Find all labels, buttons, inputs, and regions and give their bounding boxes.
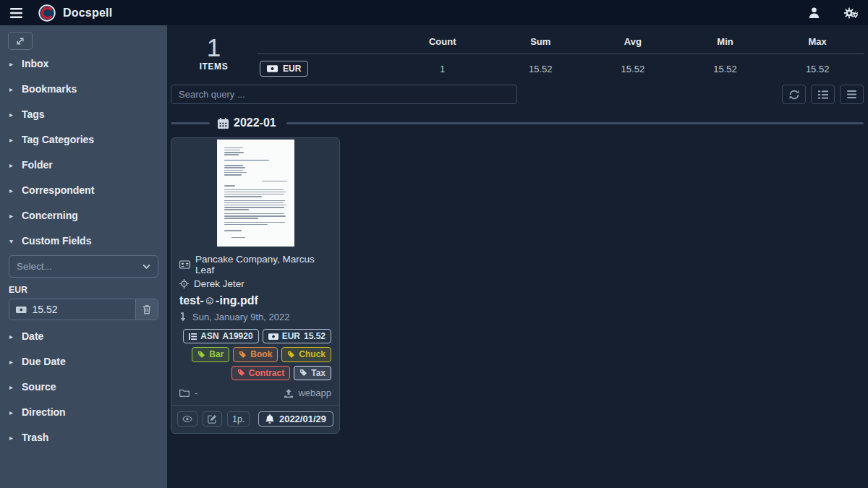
custom-field-select[interactable]: Select... (9, 255, 158, 278)
sidebar-item-source[interactable]: Source (8, 375, 159, 398)
caret-right-icon (9, 358, 22, 366)
stats-header: Count (391, 35, 494, 54)
tag-icon (197, 351, 205, 359)
concerning-row: Derek Jeter (179, 278, 331, 289)
folder-value: - (195, 388, 197, 398)
stats-value: 1 (391, 54, 494, 79)
sidebar-item-tags[interactable]: Tags (8, 103, 159, 126)
caret-right-icon (9, 333, 22, 341)
tag-badge-chuck[interactable]: Chuck (281, 347, 331, 361)
refresh-button[interactable] (782, 85, 806, 104)
chevron-down-icon (142, 264, 150, 269)
folder-source-row: - webapp (179, 388, 331, 398)
list-icon (818, 90, 828, 99)
page-count-badge: 1p. (227, 411, 250, 427)
custom-field-label: EUR (9, 285, 158, 295)
caret-right-icon (9, 161, 22, 169)
sidebar-item-concerning[interactable]: Concerning (8, 204, 159, 227)
sidebar-item-date[interactable]: Date (8, 325, 159, 348)
upload-icon (284, 389, 293, 398)
sidebar-item-trash[interactable]: Trash (8, 426, 159, 449)
stats-value: 15.52 (587, 54, 679, 79)
sidebar-item-direction[interactable]: Direction (8, 401, 159, 424)
caret-right-icon (9, 187, 22, 194)
tag-badge-bar[interactable]: Bar (192, 347, 229, 361)
list-view-button[interactable] (811, 85, 835, 104)
calendar-icon (218, 118, 229, 129)
sidebar-item-correspondent[interactable]: Correspondent (8, 179, 159, 202)
correspondent-row: Pancake Company, Marcus Leaf (179, 254, 331, 275)
custom-field-eur-input[interactable] (33, 304, 129, 315)
stats-bar: 1 ITEMS Count Sum Avg Min Max EUR 1 (171, 33, 864, 78)
stats-value: 15.52 (494, 54, 587, 79)
tag-badge-contract[interactable]: Contract (231, 366, 290, 380)
search-toolbar (171, 85, 864, 104)
item-card[interactable]: Pancake Company, Marcus Leaf Derek Jeter… (171, 137, 340, 434)
asn-badge: ASN A19920 (183, 329, 258, 343)
bars-icon (847, 90, 856, 98)
menu-icon[interactable] (10, 8, 22, 18)
search-input[interactable] (171, 85, 517, 104)
trash-icon (142, 304, 151, 314)
correspondent-text: Pancake Company, Marcus Leaf (195, 254, 331, 275)
sidebar-item-folder[interactable]: Folder (8, 153, 159, 176)
money-bill-icon (268, 333, 278, 340)
currency-toggle-badge[interactable]: EUR (260, 61, 308, 77)
concerning-text: Derek Jeter (194, 278, 244, 289)
divider (171, 122, 210, 124)
user-icon[interactable] (809, 7, 820, 18)
list-lines-icon (189, 333, 197, 340)
preview-button[interactable] (177, 411, 197, 427)
sidebar-item-tag-categories[interactable]: Tag Categories (8, 128, 159, 151)
top-navbar: Docspell (0, 0, 868, 25)
sidebar-item-inbox[interactable]: Inbox (8, 52, 159, 75)
item-count-value: 1 (171, 35, 257, 61)
divider (286, 122, 864, 124)
edit-button[interactable] (203, 411, 222, 427)
caret-right-icon (9, 408, 22, 416)
amount-badge: EUR 15.52 (263, 329, 331, 343)
caret-right-icon (9, 383, 22, 391)
edit-pencil-icon (208, 414, 217, 424)
menu-button[interactable] (840, 85, 864, 104)
eye-icon (182, 416, 192, 422)
item-count-label: ITEMS (171, 61, 257, 72)
money-bill-icon (267, 65, 278, 72)
item-name[interactable]: test-☺-ing.pdf (179, 294, 331, 307)
bell-icon (265, 414, 274, 424)
sidebar-item-custom-fields[interactable]: Custom Fields (8, 229, 159, 252)
document-thumbnail[interactable] (171, 138, 339, 247)
caret-right-icon (9, 85, 22, 93)
item-count-block: 1 ITEMS (171, 33, 257, 72)
tag-badge-tax[interactable]: Tax (294, 366, 331, 380)
filter-sidebar: Inbox Bookmarks Tags Tag Categories Fold… (0, 25, 167, 488)
caret-right-icon (9, 434, 22, 442)
money-bill-icon (16, 306, 27, 314)
address-card-icon (179, 260, 190, 269)
tag-badge-book[interactable]: Book (233, 347, 278, 361)
tag-icon (239, 351, 247, 359)
stats-header: Sum (494, 35, 587, 54)
stats-table: Count Sum Avg Min Max EUR 1 15.52 15.52 … (257, 35, 864, 78)
item-badges: ASN A19920 EUR 15.52 Bar Book (179, 329, 331, 380)
caret-right-icon (9, 60, 22, 68)
tag-icon (237, 369, 245, 377)
month-group-header: 2022-01 (171, 116, 864, 129)
stats-header: Min (679, 35, 772, 54)
item-date-row: Sun, January 9th, 2022 (179, 312, 331, 322)
caret-down-icon (9, 237, 22, 245)
diagonal-arrows-icon (16, 37, 25, 46)
sidebar-item-due-date[interactable]: Due Date (8, 350, 159, 373)
sidebar-item-bookmarks[interactable]: Bookmarks (8, 77, 159, 100)
document-preview-page (217, 140, 294, 247)
settings-gears-icon[interactable] (844, 7, 858, 19)
caret-right-icon (9, 212, 22, 220)
refresh-icon (789, 90, 799, 100)
tag-icon (287, 351, 295, 359)
stats-header: Max (771, 35, 864, 54)
folder-icon (179, 389, 190, 397)
remove-filter-button[interactable] (135, 299, 158, 320)
item-date-text: Sun, January 9th, 2022 (192, 312, 289, 322)
sidebar-collapse-button[interactable] (8, 32, 33, 50)
tag-icon (299, 369, 307, 377)
